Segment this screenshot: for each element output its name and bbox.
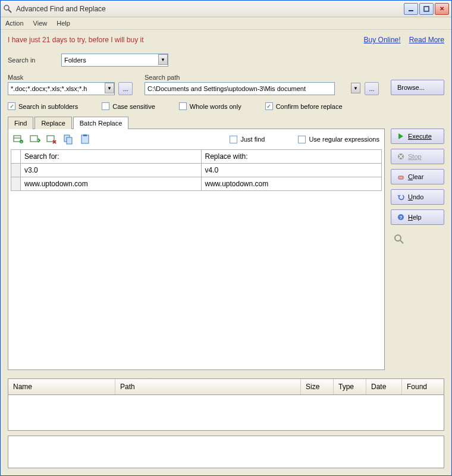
copy-icon[interactable]	[63, 134, 74, 145]
svg-text:+: +	[20, 140, 23, 143]
tab-find[interactable]: Find	[8, 117, 33, 129]
path-ellipsis-button[interactable]: ...	[365, 82, 379, 95]
read-more-link[interactable]: Read More	[409, 36, 444, 44]
import-icon[interactable]	[30, 134, 40, 145]
svg-rect-15	[398, 176, 403, 179]
svg-rect-3	[424, 7, 429, 11]
main-content: + Just find Use regular expressions Sear…	[1, 129, 451, 376]
row-selector[interactable]	[11, 177, 21, 191]
col-type[interactable]: Type	[334, 379, 366, 394]
batch-panel: + Just find Use regular expressions Sear…	[8, 129, 385, 370]
menu-view[interactable]: View	[33, 20, 48, 27]
search-in-select[interactable]	[61, 54, 168, 67]
svg-line-19	[400, 240, 403, 243]
results-header: Name Path Size Type Date Found	[8, 378, 444, 395]
grid-empty-area	[8, 193, 384, 369]
svg-rect-4	[14, 136, 21, 142]
play-icon	[397, 133, 404, 140]
search-path-input[interactable]	[145, 82, 335, 95]
col-search-for[interactable]: Search for:	[21, 150, 202, 164]
search-in-label: Search in	[8, 57, 55, 64]
tab-replace[interactable]: Replace	[34, 117, 71, 129]
svg-point-18	[395, 235, 401, 241]
chevron-down-icon[interactable]: ▼	[158, 54, 168, 65]
menu-help[interactable]: Help	[56, 20, 70, 27]
clear-button[interactable]: Clear	[391, 169, 444, 184]
case-sensitive-checkbox[interactable]: Case sensitive	[102, 102, 155, 110]
row-selector[interactable]	[11, 164, 21, 177]
undo-icon	[397, 193, 404, 201]
minimize-button[interactable]	[404, 3, 418, 15]
col-name[interactable]: Name	[8, 379, 115, 394]
whole-words-checkbox[interactable]: Whole words only	[179, 102, 241, 110]
table-row: v3.0 v4.0	[11, 164, 382, 177]
titlebar: Advanced Find and Replace ✕	[1, 1, 451, 17]
help-button[interactable]: ? Help	[391, 209, 444, 225]
magnifier-icon[interactable]	[393, 233, 405, 245]
app-icon	[3, 4, 12, 14]
execute-button[interactable]: Execute	[391, 129, 444, 144]
chevron-down-icon[interactable]: ▼	[105, 83, 114, 93]
svg-text:?: ?	[400, 215, 403, 220]
side-buttons: Execute Stop Clear Undo ? Help	[391, 129, 444, 370]
col-path[interactable]: Path	[115, 379, 301, 394]
subfolders-checkbox[interactable]: ✓Search in subfolders	[8, 102, 78, 110]
stop-icon	[397, 153, 404, 160]
svg-rect-12	[81, 135, 89, 143]
mask-ellipsis-button[interactable]: ...	[118, 82, 133, 95]
cell-replace[interactable]: www.uptodown.com	[201, 177, 382, 191]
just-find-checkbox[interactable]: Just find	[230, 136, 265, 143]
chevron-down-icon[interactable]: ▼	[351, 83, 360, 93]
tabs: Find Replace Batch Replace	[1, 117, 451, 129]
col-replace-with[interactable]: Replace with:	[201, 150, 382, 164]
paste-icon[interactable]	[80, 134, 90, 145]
col-date[interactable]: Date	[366, 379, 402, 394]
mask-label: Mask	[8, 74, 133, 81]
col-size[interactable]: Size	[301, 379, 334, 394]
search-in-row: Search in ▼	[1, 50, 451, 70]
svg-rect-11	[67, 137, 72, 144]
table-row: www.uptodown.com www.uptodown.com	[11, 177, 382, 191]
cell-search[interactable]: www.uptodown.com	[21, 177, 202, 191]
delete-row-icon[interactable]	[46, 134, 57, 145]
svg-rect-8	[30, 136, 37, 142]
cell-search[interactable]: v3.0	[21, 164, 202, 177]
batch-toolbar: + Just find Use regular expressions	[8, 129, 384, 149]
trial-bar: I have just 21 days to try, before I wil…	[1, 30, 451, 50]
menubar: Action View Help	[1, 17, 451, 30]
add-row-icon[interactable]: +	[13, 134, 24, 145]
window-controls: ✕	[404, 3, 449, 15]
preview-pane[interactable]	[8, 436, 444, 468]
grid-corner	[11, 150, 21, 164]
stop-button[interactable]: Stop	[391, 149, 444, 164]
buy-online-link[interactable]: Buy Online!	[364, 36, 401, 44]
confirm-replace-checkbox[interactable]: ✓Confirm before replace	[265, 102, 343, 110]
close-button[interactable]: ✕	[435, 3, 449, 15]
mask-input[interactable]	[8, 82, 115, 95]
cell-replace[interactable]: v4.0	[201, 164, 382, 177]
results-list[interactable]	[8, 395, 444, 431]
use-regex-checkbox[interactable]: Use regular expressions	[298, 136, 379, 143]
options-row: ✓Search in subfolders Case sensitive Who…	[1, 99, 451, 116]
help-icon: ?	[397, 214, 404, 221]
trial-message: I have just 21 days to try, before I wil…	[8, 36, 364, 44]
col-found[interactable]: Found	[402, 379, 444, 394]
browse-button[interactable]: Browse...	[391, 80, 444, 95]
svg-rect-13	[83, 134, 87, 136]
tab-batch-replace[interactable]: Batch Replace	[73, 117, 129, 129]
batch-grid: Search for: Replace with: v3.0 v4.0 www.…	[8, 149, 384, 193]
svg-line-1	[8, 10, 11, 12]
window-title: Advanced Find and Replace	[16, 5, 404, 13]
search-path-label: Search path	[145, 74, 379, 81]
menu-action[interactable]: Action	[5, 20, 24, 27]
maximize-button[interactable]	[419, 3, 434, 15]
undo-button[interactable]: Undo	[391, 189, 444, 205]
eraser-icon	[397, 173, 404, 180]
app-window: Advanced Find and Replace ✕ Action View …	[0, 0, 452, 476]
svg-point-0	[4, 5, 9, 10]
